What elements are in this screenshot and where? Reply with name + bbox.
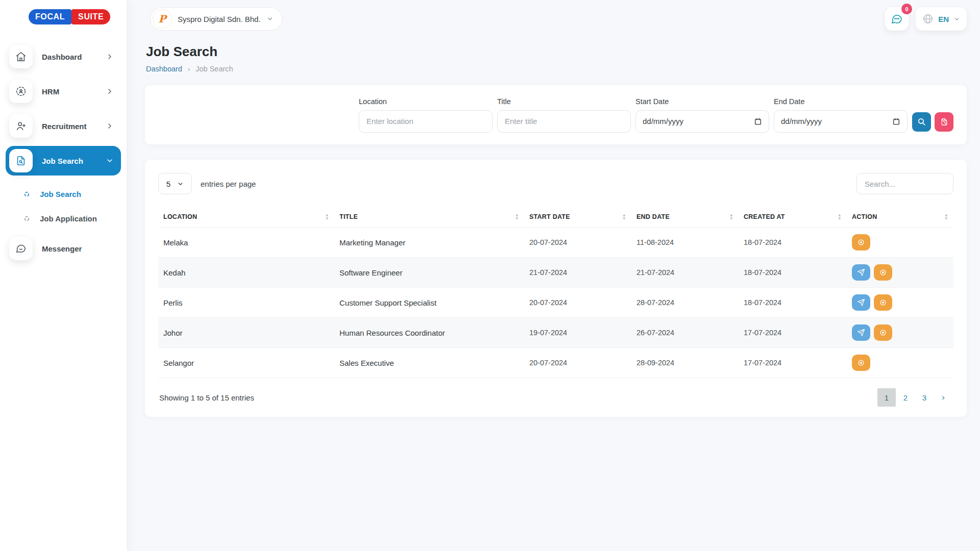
job-search-table: LOCATION▲▼ TITLE▲▼ START DATE▲▼ END DATE…	[158, 207, 953, 378]
focal-suite-logo[interactable]: FOCAL SUITE	[29, 9, 127, 24]
submenu-item-job-application[interactable]: Job Application	[6, 206, 121, 231]
eye-icon	[879, 268, 887, 277]
job-search-table-panel: 5 entries per page LOCATION▲▼	[145, 160, 967, 417]
chat-bubble-icon	[891, 13, 903, 25]
filter-field-start-date: Start Date dd/mm/yyyy	[635, 97, 769, 133]
sort-icon[interactable]: ▲▼	[729, 213, 733, 220]
table-controls: 5 entries per page	[158, 173, 953, 194]
sort-icon[interactable]: ▲▼	[944, 213, 948, 220]
cell-title: Human Resources Coordinator	[334, 318, 524, 348]
calendar-icon[interactable]	[892, 117, 900, 126]
start-date-value: dd/mm/yyyy	[643, 117, 683, 126]
send-icon	[857, 298, 865, 307]
table-row: Melaka Marketing Manager 20-07-2024 11-0…	[158, 228, 953, 258]
breadcrumb: Dashboard › Job Search	[146, 65, 967, 73]
cell-created-at: 18-07-2024	[739, 288, 847, 318]
send-job-button[interactable]	[852, 264, 870, 281]
cell-created-at: 18-07-2024	[739, 258, 847, 288]
cell-actions	[847, 318, 953, 348]
globe-icon	[922, 13, 934, 24]
messages-button[interactable]: 0	[885, 7, 909, 31]
calendar-icon[interactable]	[754, 117, 762, 126]
sidebar-item-label: Dashboard	[42, 53, 106, 61]
sidebar-item-dashboard[interactable]: Dashboard	[6, 42, 121, 71]
cell-location: Perlis	[158, 288, 334, 318]
app-window: FOCAL SUITE Dashboard HRM	[0, 0, 980, 551]
table-footer: Showing 1 to 5 of 15 entries 1 2 3 ›	[158, 388, 953, 407]
location-label: Location	[359, 97, 493, 106]
sort-icon[interactable]: ▲▼	[325, 213, 329, 220]
pagination: 1 2 3 ›	[877, 388, 952, 407]
eye-icon	[879, 329, 887, 337]
sort-icon[interactable]: ▲▼	[838, 213, 842, 220]
table-row: Selangor Sales Executive 20-07-2024 28-0…	[158, 348, 953, 378]
view-job-button[interactable]	[874, 264, 892, 281]
page-size-control: 5 entries per page	[158, 173, 256, 194]
view-job-button[interactable]	[874, 324, 892, 341]
next-page-button[interactable]: ›	[934, 388, 952, 407]
cell-start-date: 20-07-2024	[524, 228, 631, 258]
view-job-button[interactable]	[874, 294, 892, 311]
file-search-icon	[9, 149, 33, 172]
column-header-start-date[interactable]: START DATE▲▼	[524, 207, 631, 228]
cell-actions	[847, 228, 953, 258]
eye-icon	[879, 298, 887, 307]
eye-icon	[857, 238, 865, 246]
breadcrumb-current: Job Search	[195, 65, 233, 73]
column-header-action[interactable]: ACTION▲▼	[847, 207, 953, 228]
table-row: Perlis Customer Support Specialist 20-07…	[158, 288, 953, 318]
sidebar-item-messenger[interactable]: Messenger	[6, 234, 121, 263]
view-job-button[interactable]	[852, 234, 870, 251]
cell-end-date: 28-07-2024	[631, 288, 739, 318]
entries-per-page-select[interactable]: 5	[158, 173, 192, 194]
cell-actions	[847, 258, 953, 288]
search-button[interactable]	[912, 112, 931, 132]
chevron-right-icon	[106, 87, 114, 95]
cell-end-date: 21-07-2024	[631, 258, 739, 288]
end-date-input[interactable]: dd/mm/yyyy	[774, 110, 908, 133]
cell-title: Software Engineer	[334, 258, 524, 288]
submenu-item-job-search[interactable]: Job Search	[6, 182, 121, 206]
sidebar-item-job-search[interactable]: Job Search	[6, 146, 121, 176]
chevron-down-icon	[106, 157, 114, 165]
breadcrumb-dashboard-link[interactable]: Dashboard	[146, 65, 182, 73]
table-row: Kedah Software Engineer 21-07-2024 21-07…	[158, 258, 953, 288]
sidebar-item-label: Recruitment	[42, 122, 106, 131]
company-selector[interactable]: P Syspro Digital Sdn. Bhd.	[150, 7, 282, 31]
table-search-input[interactable]	[856, 173, 953, 194]
reset-button[interactable]	[935, 112, 953, 132]
sort-icon[interactable]: ▲▼	[622, 213, 626, 220]
job-search-submenu: Job Search Job Application	[6, 181, 121, 234]
sidebar-item-recruitment[interactable]: Recruitment	[6, 111, 121, 141]
column-header-location[interactable]: LOCATION▲▼	[158, 207, 334, 228]
column-header-title[interactable]: TITLE▲▼	[334, 207, 524, 228]
location-input[interactable]	[359, 110, 493, 133]
cell-title: Marketing Manager	[334, 228, 524, 258]
language-selector[interactable]: EN	[916, 7, 967, 31]
view-job-button[interactable]	[852, 355, 870, 371]
sort-icon[interactable]: ▲▼	[515, 213, 519, 220]
sidebar-item-label: Job Search	[42, 157, 106, 165]
send-job-button[interactable]	[852, 324, 870, 341]
start-date-input[interactable]: dd/mm/yyyy	[635, 110, 769, 133]
cell-end-date: 26-07-2024	[631, 318, 739, 348]
page-button-1[interactable]: 1	[877, 388, 896, 407]
page-button-2[interactable]: 2	[896, 388, 915, 407]
chevron-down-icon	[953, 16, 960, 22]
bullet-icon	[24, 191, 30, 197]
sidebar: FOCAL SUITE Dashboard HRM	[0, 0, 127, 551]
column-header-created-at[interactable]: CREATED AT▲▼	[739, 207, 847, 228]
title-input[interactable]	[497, 110, 631, 133]
page-title: Job Search	[146, 44, 967, 60]
cell-actions	[847, 348, 953, 378]
filter-panel: Location Title Start Date dd/mm/yyyy End…	[145, 85, 967, 144]
sidebar-nav: Dashboard HRM Recruitment	[0, 42, 127, 263]
page-header: Job Search Dashboard › Job Search	[127, 32, 980, 73]
page-button-3[interactable]: 3	[915, 388, 934, 407]
cell-end-date: 11-08-2024	[631, 228, 739, 258]
hrm-icon	[9, 80, 33, 103]
sidebar-item-hrm[interactable]: HRM	[6, 77, 121, 106]
send-job-button[interactable]	[852, 294, 870, 311]
table-row: Johor Human Resources Coordinator 19-07-…	[158, 318, 953, 348]
column-header-end-date[interactable]: END DATE▲▼	[631, 207, 739, 228]
